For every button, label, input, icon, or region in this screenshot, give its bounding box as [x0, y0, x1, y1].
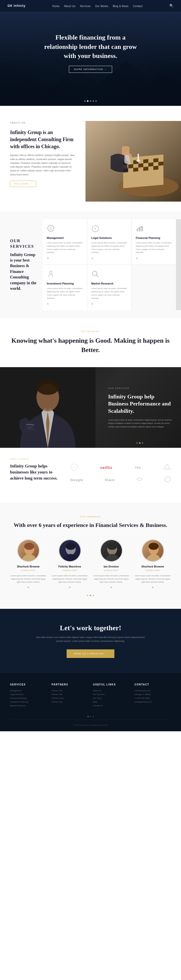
- clients-logos-row-2: Google Slack: [71, 476, 171, 484]
- footer-link-market[interactable]: Market Research: [10, 705, 47, 707]
- service-management-title: Management: [47, 236, 83, 239]
- nav-contact[interactable]: Contact: [133, 5, 143, 8]
- footer-dot-3[interactable]: [93, 716, 94, 717]
- nav-works[interactable]: Our Works: [95, 5, 109, 8]
- service-financial: Financial Planning Lorem ipsum dolor sit…: [132, 219, 176, 265]
- avatar-image-4: [142, 540, 164, 561]
- client-logo-icon-1: [71, 463, 78, 472]
- testimonial-body: Lorem ipsum dolor sit amet, consectetur …: [108, 418, 173, 428]
- footer-services-links: Management Legal Solutions Financial Pla…: [10, 689, 47, 707]
- cta-heading: Let's work together!: [10, 624, 171, 632]
- service-management: Management Lorem ipsum dolor sit amet, c…: [43, 219, 87, 265]
- avatar-image-2: [59, 540, 80, 561]
- client-logo-icon-3: [136, 476, 143, 484]
- client-logo-slack: Slack: [105, 478, 115, 482]
- nav-services[interactable]: Services: [80, 5, 90, 8]
- testimonial-dots: [136, 442, 143, 444]
- svg-rect-8: [153, 158, 158, 162]
- clients-title: Infinity Group helps businesses like you…: [10, 463, 60, 481]
- nav-logo[interactable]: GK Infinity: [8, 4, 26, 8]
- hero-dot-1[interactable]: [84, 100, 86, 102]
- footer-contact-4[interactable]: info@gkinfinity.com: [134, 701, 171, 703]
- svg-rect-16: [153, 166, 158, 170]
- svg-rect-14: [133, 167, 138, 172]
- footer-useful-4[interactable]: Blog: [93, 701, 129, 703]
- navigation: GK Infinity Home About Us Services Our W…: [0, 0, 181, 11]
- hero-dot-3[interactable]: [90, 100, 91, 102]
- footer-useful-1[interactable]: About Us: [93, 689, 129, 692]
- footer-contact-2: Chicago, IL 60601: [134, 693, 171, 695]
- team-section: OUR MEMBERS With over 6 years of experie…: [0, 503, 181, 609]
- team-dot-1[interactable]: [87, 595, 88, 596]
- team-avatar-1: [17, 539, 40, 562]
- footer-useful-3[interactable]: Our Team: [93, 697, 129, 699]
- footer-useful-links: About Us Our Services Our Team Blog Cont…: [93, 689, 129, 707]
- team-desc-1: Lorem ipsum dolor sit amet, consectetur …: [10, 574, 47, 584]
- hero-dot-2[interactable]: [87, 100, 88, 102]
- search-icon[interactable]: 🔍: [170, 4, 173, 8]
- footer-useful-5[interactable]: Contact Us: [93, 705, 129, 707]
- team-dot-2[interactable]: [90, 595, 91, 596]
- client-logo-icon-4: [164, 476, 171, 484]
- service-legal: Legal Solutions Lorem ipsum dolor sit am…: [87, 219, 131, 265]
- team-role-1: CONSULTANT: [10, 569, 47, 572]
- about-read-more-button[interactable]: READ MORE →: [10, 181, 36, 187]
- svg-line-28: [96, 275, 98, 277]
- cta-button[interactable]: SEND US A MESSAGE →: [67, 649, 115, 658]
- hero-cta-button[interactable]: MORE INFORMATION →: [69, 66, 112, 73]
- banner-label: AS KNOWING: [10, 330, 171, 332]
- svg-point-38: [24, 543, 34, 550]
- footer-partner-3[interactable]: Partner Three: [52, 697, 88, 699]
- nav-home[interactable]: Home: [52, 5, 60, 8]
- video-dot-2[interactable]: [139, 442, 140, 444]
- footer-col-useful: USEFUL LINKS About Us Our Services Our T…: [93, 683, 129, 708]
- footer-contact-3[interactable]: +1 800 000 0000: [134, 697, 171, 699]
- footer-link-financial[interactable]: Financial Planning: [10, 697, 47, 699]
- footer-partner-1[interactable]: Partner One: [52, 689, 88, 692]
- hero-dots: [84, 100, 97, 102]
- footer-contact-1: 123 Business Ave,: [134, 689, 171, 692]
- team-role-2: CONSULTANT: [52, 569, 88, 572]
- svg-rect-10: [138, 163, 143, 167]
- footer-partner-4[interactable]: Partner Four: [52, 701, 88, 703]
- clients-section: OUR CLIENTS Infinity Group helps busines…: [0, 448, 181, 503]
- clients-heading: Infinity Group helps businesses like you…: [10, 463, 60, 481]
- footer-services-heading: SERVICES: [10, 683, 47, 686]
- svg-rect-23: [139, 228, 140, 231]
- services-sidebar-text: Infinity Group is your best Business & F…: [10, 252, 38, 291]
- footer-link-management[interactable]: Management: [10, 689, 47, 692]
- svg-rect-22: [137, 229, 138, 231]
- hero-dot-4[interactable]: [93, 100, 94, 102]
- hero-dot-5[interactable]: [95, 100, 97, 102]
- team-grid: Shurlock Browne CONSULTANT Lorem ipsum d…: [10, 539, 171, 589]
- team-star-3: [93, 586, 129, 589]
- footer-link-investment[interactable]: Investment Planning: [10, 701, 47, 703]
- video-dot-3[interactable]: [142, 442, 143, 444]
- team-dot-3[interactable]: [93, 595, 94, 596]
- svg-marker-36: [165, 477, 170, 482]
- footer-dot-1[interactable]: [88, 716, 89, 717]
- nav-about[interactable]: About Us: [64, 5, 76, 8]
- team-member-2: Felicity Mauntros CONSULTANT Lorem ipsum…: [52, 539, 88, 589]
- nav-blog[interactable]: Blog & News: [113, 5, 129, 8]
- svg-point-40: [66, 543, 76, 550]
- market-icon: [91, 270, 127, 280]
- svg-rect-24: [141, 226, 143, 231]
- footer-partner-2[interactable]: Partner Two: [52, 693, 88, 695]
- video-dot-1[interactable]: [136, 442, 138, 444]
- svg-point-42: [107, 543, 117, 550]
- footer-partners-links: Partner One Partner Two Partner Three Pa…: [52, 689, 88, 703]
- client-logo-netflix: netflix: [100, 466, 112, 470]
- footer-useful-2[interactable]: Our Services: [93, 693, 129, 695]
- team-desc-4: Lorem ipsum dolor sit amet, consectetur …: [134, 574, 171, 584]
- team-member-3: Ian Drexton CONSULTANT Lorem ipsum dolor…: [93, 539, 129, 589]
- footer-copyright: © 2023 GK Infinity. All Rights Reserved.: [10, 724, 171, 726]
- footer-col-partners: PARTNERS Partner One Partner Two Partner…: [52, 683, 88, 708]
- testimonial-section: OUR SERVICES Infinity Group help Busines…: [0, 367, 181, 448]
- footer-contact-heading: CONTACT: [134, 683, 171, 686]
- team-desc-3: Lorem ipsum dolor sit amet, consectetur …: [93, 574, 129, 584]
- footer-dot-2[interactable]: [90, 716, 91, 717]
- service-investment-desc: Lorem ipsum dolor sit amet, consectetur …: [47, 287, 83, 300]
- footer-link-legal[interactable]: Legal Solutions: [10, 693, 47, 695]
- team-label: OUR MEMBERS: [10, 515, 171, 518]
